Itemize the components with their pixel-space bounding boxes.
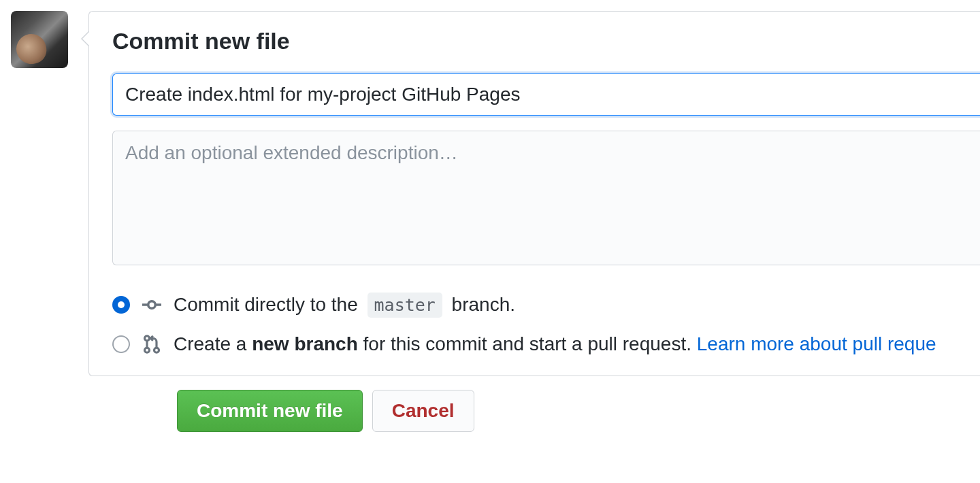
git-pull-request-icon: [142, 335, 161, 354]
svg-point-3: [145, 336, 150, 341]
avatar[interactable]: [11, 11, 68, 68]
commit-panel: Commit new file Commit directly to the m: [88, 11, 980, 376]
option-direct-label: Commit directly to the master branch.: [174, 294, 515, 316]
commit-description-textarea[interactable]: [112, 131, 980, 265]
option-new-branch[interactable]: Create a new branch for this commit and …: [112, 333, 980, 355]
radio-selected-icon: [112, 296, 130, 314]
option-commit-direct[interactable]: Commit directly to the master branch.: [112, 294, 980, 316]
branch-name: master: [368, 293, 442, 318]
panel-title: Commit new file: [112, 28, 980, 54]
svg-point-0: [148, 301, 156, 309]
learn-more-link[interactable]: Learn more about pull reque: [697, 333, 936, 354]
svg-point-5: [154, 348, 159, 352]
commit-summary-input[interactable]: [112, 73, 980, 116]
radio-unselected-icon: [112, 335, 130, 353]
git-commit-icon: [142, 295, 161, 314]
option-new-branch-label: Create a new branch for this commit and …: [174, 333, 936, 355]
cancel-button[interactable]: Cancel: [372, 390, 474, 432]
commit-button[interactable]: Commit new file: [177, 390, 363, 432]
svg-point-4: [145, 348, 150, 352]
